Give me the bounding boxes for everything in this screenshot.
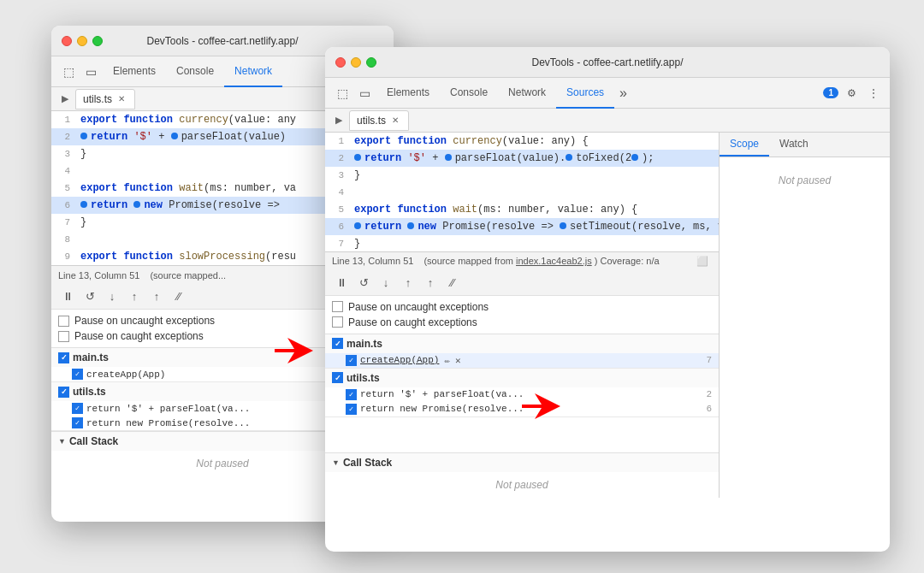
- file-tab-close-front[interactable]: ✕: [389, 115, 401, 127]
- checkbox-caught-front[interactable]: [332, 316, 343, 328]
- call-stack-header-front[interactable]: ▼ Call Stack: [325, 452, 719, 472]
- code-line-5-front: 5 export function wait(ms: number, value…: [325, 201, 719, 218]
- tab-sources-front[interactable]: Sources: [556, 78, 614, 109]
- breakpoints-section-front: ✓ main.ts ✓ createApp(App) ✏ ✕ 7 ✓ utils…: [325, 334, 719, 453]
- cursor-icon[interactable]: ⬚: [58, 62, 79, 82]
- pause-btn-back[interactable]: ⏸: [58, 287, 77, 306]
- expand-icon-front[interactable]: ⬜: [693, 251, 712, 270]
- bp-checkbox-return-promise-back[interactable]: ✓: [72, 417, 83, 428]
- bp-checkbox-return-promise-front[interactable]: ✓: [346, 404, 357, 415]
- step-out-btn-back[interactable]: ↑: [147, 287, 166, 306]
- right-panel-tabs: Scope Watch: [720, 133, 890, 157]
- left-panel-front: 1 export function currency(value: any) {…: [325, 133, 719, 498]
- maximize-button-front[interactable]: [366, 57, 376, 68]
- mobile-icon[interactable]: ▭: [80, 62, 101, 82]
- code-line-2-front: 2 return '$' + parseFloat(value).toFixed…: [325, 150, 719, 167]
- file-tab-arrow-front[interactable]: ▶: [332, 113, 346, 127]
- code-line-6-front: 6 return new Promise(resolve => setTimeo…: [325, 218, 719, 235]
- exception-uncaught-front: Pause on uncaught exceptions: [332, 301, 712, 313]
- file-tab-utils-back[interactable]: utils.ts ✕: [75, 89, 135, 109]
- right-not-paused: Not paused: [720, 157, 890, 204]
- tab-elements-back[interactable]: Elements: [103, 56, 166, 87]
- chevron-callstack-front: ▼: [332, 458, 340, 467]
- x-icon-createapp[interactable]: ✕: [455, 355, 461, 366]
- tab-bar-front: Elements Console Network Sources »: [376, 78, 821, 109]
- devtools-toolbar-front: ⬚ ▭ Elements Console Network Sources » 1…: [325, 78, 890, 109]
- debug-toolbar-front: ⏸ ↺ ↓ ↑ ↑ ⁄⁄: [325, 270, 719, 296]
- tab-console-back[interactable]: Console: [166, 56, 224, 87]
- step-out-btn-front[interactable]: ↑: [421, 273, 440, 292]
- bp-group-header-main-front[interactable]: ✓ main.ts: [325, 334, 719, 353]
- minimize-button-back[interactable]: [77, 36, 87, 46]
- source-file-link[interactable]: index.1ac4eab2.js: [516, 256, 592, 266]
- scope-tab[interactable]: Scope: [720, 133, 769, 157]
- traffic-lights-front: [335, 57, 376, 68]
- bp-group-main-front: ✓ main.ts ✓ createApp(App) ✏ ✕ 7: [325, 334, 719, 369]
- minimize-button-front[interactable]: [351, 57, 361, 68]
- tab-more-front[interactable]: »: [614, 86, 632, 101]
- bp-checkbox-main-back[interactable]: ✓: [58, 352, 69, 363]
- title-bar-front: DevTools - coffee-cart.netlify.app/: [325, 47, 890, 78]
- pencil-icon-createapp[interactable]: ✏: [444, 355, 450, 366]
- not-paused-front: Not paused: [325, 472, 719, 498]
- bp-checkbox-createapp-front[interactable]: ✓: [346, 355, 357, 366]
- step-into-btn-front[interactable]: ↑: [399, 273, 418, 292]
- bp-group-utils-front: ✓ utils.ts ✓ return '$' + parseFloat(va.…: [325, 369, 719, 417]
- chat-badge: 1: [823, 87, 838, 98]
- exception-caught-front: Pause on caught exceptions: [332, 316, 712, 328]
- bp-item-return-promise-front[interactable]: ✓ return new Promise(resolve... 6: [325, 402, 719, 416]
- code-area-front: 1 export function currency(value: any) {…: [325, 133, 719, 251]
- window-title-front: DevTools - coffee-cart.netlify.app/: [532, 56, 684, 68]
- code-line-1-front: 1 export function currency(value: any) {: [325, 133, 719, 150]
- resume-btn-back[interactable]: ↺: [80, 287, 99, 306]
- step-over-btn-front[interactable]: ↓: [376, 273, 395, 292]
- traffic-lights-back: [62, 36, 103, 46]
- cursor-icon-front[interactable]: ⬚: [332, 83, 352, 103]
- code-line-3-front: 3 }: [325, 167, 719, 184]
- deactivate-btn-back[interactable]: ⁄⁄: [169, 287, 188, 306]
- checkbox-caught-back[interactable]: [58, 331, 69, 342]
- main-content-front: 1 export function currency(value: any) {…: [325, 133, 890, 498]
- right-panel-front: Scope Watch Not paused: [719, 133, 890, 498]
- bp-item-return-dollar-front[interactable]: ✓ return '$' + parseFloat(va... 2: [325, 387, 719, 402]
- resume-btn-front[interactable]: ↺: [354, 273, 373, 292]
- step-into-btn-back[interactable]: ↑: [125, 287, 144, 306]
- code-line-7-front: 7 }: [325, 235, 719, 251]
- status-bar-front: Line 13, Column 51 (source mapped from i…: [325, 251, 719, 270]
- code-line-4-front: 4: [325, 184, 719, 201]
- checkbox-uncaught-back[interactable]: [58, 316, 69, 327]
- mobile-icon-front[interactable]: ▭: [354, 83, 375, 103]
- tab-elements-front[interactable]: Elements: [376, 78, 440, 109]
- bp-checkbox-createapp-back[interactable]: ✓: [72, 369, 83, 380]
- deactivate-btn-front[interactable]: ⁄⁄: [443, 273, 462, 292]
- bp-checkbox-main-front[interactable]: ✓: [332, 338, 343, 349]
- file-tab-arrow-back[interactable]: ▶: [58, 92, 72, 106]
- bp-checkbox-utils-front[interactable]: ✓: [332, 372, 343, 383]
- file-tab-bar-front: ▶ utils.ts ✕: [325, 109, 890, 133]
- file-tab-utils-front[interactable]: utils.ts ✕: [349, 110, 409, 131]
- bp-item-createapp-front[interactable]: ✓ createApp(App) ✏ ✕ 7: [325, 353, 719, 368]
- devtools-window-front: DevTools - coffee-cart.netlify.app/ ⬚ ▭ …: [325, 47, 890, 552]
- bp-group-header-utils-front[interactable]: ✓ utils.ts: [325, 369, 719, 387]
- bp-checkbox-return-dollar-back[interactable]: ✓: [72, 403, 83, 414]
- close-button-front[interactable]: [335, 57, 346, 68]
- bp-checkbox-return-dollar-front[interactable]: ✓: [346, 389, 357, 400]
- more-icon-front[interactable]: ⋮: [864, 84, 883, 103]
- watch-tab[interactable]: Watch: [769, 133, 819, 157]
- bp-checkbox-utils-back[interactable]: ✓: [58, 387, 69, 398]
- checkbox-uncaught-front[interactable]: [332, 301, 343, 312]
- tab-network-back[interactable]: Network: [224, 56, 282, 87]
- step-over-btn-back[interactable]: ↓: [103, 287, 121, 306]
- tab-console-front[interactable]: Console: [440, 78, 498, 109]
- maximize-button-back[interactable]: [92, 36, 103, 46]
- close-button-back[interactable]: [62, 36, 72, 46]
- window-title-back: DevTools - coffee-cart.netlify.app/: [147, 35, 299, 47]
- settings-icon-front[interactable]: ⚙: [842, 84, 861, 103]
- pause-btn-front[interactable]: ⏸: [332, 273, 351, 292]
- chevron-callstack-back: ▼: [58, 437, 66, 446]
- tab-network-front[interactable]: Network: [498, 78, 556, 109]
- file-tab-close-back[interactable]: ✕: [116, 93, 127, 105]
- exceptions-area-front: Pause on uncaught exceptions Pause on ca…: [325, 296, 719, 334]
